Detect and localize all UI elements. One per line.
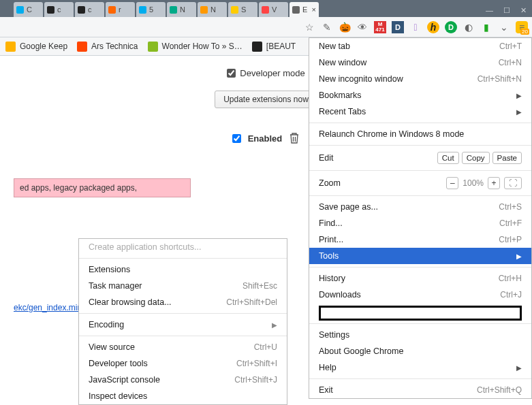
- browser-tab[interactable]: c: [75, 2, 104, 17]
- chrome-menu-button[interactable]: ≡20: [516, 21, 528, 33]
- favicon-icon: [170, 6, 177, 14]
- favicon-icon: [200, 6, 208, 14]
- browser-tab[interactable]: V: [259, 2, 288, 17]
- zoom-out-button[interactable]: –: [446, 177, 458, 189]
- menu-item[interactable]: Find...Ctrl+F: [309, 215, 531, 231]
- menu-shortcut: Ctrl+Shift+Q: [477, 385, 522, 395]
- bookmark-label: [BEAUT: [266, 42, 296, 51]
- menu-item[interactable]: Relaunch Chrome in Windows 8 mode: [309, 126, 531, 142]
- bookmark-item[interactable]: Google Keep: [5, 42, 67, 52]
- extension-pumpkin-icon[interactable]: 🎃: [339, 21, 351, 33]
- tab-label: c: [88, 5, 92, 14]
- menu-item[interactable]: Zoom–100%+⛶: [309, 174, 531, 193]
- tab-label: N: [210, 5, 216, 14]
- bookmark-favicon-icon: [148, 42, 158, 52]
- menu-item-redacted[interactable]: [319, 306, 522, 321]
- chrome-main-menu: New tabCtrl+TNew windowCtrl+NNew incogni…: [309, 37, 532, 399]
- extension-pencil-icon[interactable]: ✎: [321, 21, 333, 33]
- menu-item[interactable]: Help▶: [309, 359, 531, 376]
- browser-tab[interactable]: c: [44, 2, 74, 17]
- browser-tab[interactable]: E×: [290, 2, 319, 17]
- submenu-item[interactable]: Developer toolsCtrl+Shift+I: [79, 355, 287, 372]
- tools-submenu: Create application shortcuts...Extension…: [78, 238, 287, 405]
- menu-item[interactable]: Recent Tabs▶: [309, 103, 531, 120]
- cut-button[interactable]: Cut: [437, 152, 459, 164]
- extension-grey-icon[interactable]: ◐: [463, 21, 475, 33]
- menu-item[interactable]: Settings: [309, 327, 531, 343]
- menu-item[interactable]: Save page as...Ctrl+S: [309, 199, 531, 215]
- menu-item[interactable]: Bookmarks▶: [309, 87, 531, 103]
- menu-item[interactable]: New windowCtrl+N: [309, 54, 531, 71]
- extension-disconnect-icon[interactable]: D: [445, 21, 457, 33]
- menu-item[interactable]: About Google Chrome: [309, 343, 531, 359]
- developer-mode-checkbox[interactable]: [227, 69, 236, 78]
- browser-tab[interactable]: N: [198, 2, 227, 17]
- menu-item-label: Settings: [319, 330, 349, 340]
- menu-item-label: Downloads: [319, 290, 361, 299]
- extension-green-icon[interactable]: ▮: [480, 21, 492, 33]
- submenu-arrow-icon: ▶: [516, 108, 522, 116]
- favicon-icon: [139, 6, 146, 14]
- menu-item[interactable]: Print...Ctrl+P: [309, 231, 531, 248]
- bookmark-item[interactable]: Wonder How To » S…: [148, 42, 242, 52]
- submenu-arrow-icon: ▶: [272, 321, 277, 329]
- menu-item-label: Recent Tabs: [319, 107, 366, 116]
- menu-item[interactable]: Tools▶: [309, 248, 531, 264]
- menu-item-label: Find...: [319, 218, 343, 228]
- menu-item[interactable]: DownloadsCtrl+J: [309, 287, 531, 303]
- tab-label: 5: [149, 5, 153, 14]
- submenu-item-label: Create application shortcuts...: [89, 242, 201, 252]
- browser-tab[interactable]: N: [167, 2, 196, 17]
- bookmark-label: Wonder How To » S…: [162, 42, 242, 51]
- bookmark-item[interactable]: Ars Technica: [77, 42, 138, 52]
- tab-label: S: [241, 5, 246, 14]
- menu-item[interactable]: New tabCtrl+T: [309, 38, 531, 54]
- enabled-checkbox[interactable]: [232, 134, 241, 143]
- browser-tab[interactable]: 5: [136, 2, 166, 17]
- paste-button[interactable]: Paste: [492, 152, 522, 164]
- browser-tab[interactable]: r: [106, 2, 135, 17]
- bookmark-star-icon[interactable]: ☆: [303, 21, 315, 33]
- menu-item[interactable]: HistoryCtrl+H: [309, 270, 531, 287]
- fullscreen-button[interactable]: ⛶: [504, 177, 522, 189]
- submenu-arrow-icon: ▶: [516, 364, 522, 372]
- submenu-item[interactable]: Clear browsing data...Ctrl+Shift+Del: [79, 294, 287, 310]
- menu-shortcut: Ctrl+F: [499, 218, 522, 228]
- menu-item-label: Zoom: [319, 178, 341, 188]
- edit-buttons: CutCopyPaste: [437, 152, 522, 164]
- menu-item-label: Save page as...: [319, 202, 378, 212]
- menu-item[interactable]: EditCutCopyPaste: [309, 148, 531, 167]
- submenu-item[interactable]: JavaScript consoleCtrl+Shift+J: [79, 372, 287, 388]
- enabled-label: Enabled: [248, 133, 283, 144]
- menu-item[interactable]: ExitCtrl+Shift+Q: [309, 382, 531, 398]
- zoom-in-button[interactable]: +: [488, 177, 500, 189]
- bookmark-item[interactable]: [BEAUT: [252, 42, 296, 52]
- menu-item[interactable]: New incognito windowCtrl+Shift+N: [309, 71, 531, 87]
- extension-gmail-icon[interactable]: M471: [374, 21, 386, 33]
- window-minimize-button[interactable]: —: [481, 3, 498, 17]
- submenu-item[interactable]: Inspect devices: [79, 388, 287, 404]
- browser-tab[interactable]: C: [14, 2, 43, 17]
- extension-pocket-icon[interactable]: ⌄: [498, 21, 510, 33]
- submenu-item[interactable]: View sourceCtrl+U: [79, 339, 287, 355]
- browser-tab[interactable]: S: [228, 2, 257, 17]
- submenu-item[interactable]: Encoding▶: [79, 317, 287, 333]
- update-extensions-button[interactable]: Update extensions now: [215, 91, 317, 108]
- trash-icon[interactable]: [289, 132, 300, 144]
- extension-eye-icon[interactable]: 👁: [356, 21, 369, 33]
- extension-feather-icon[interactable]: 𓆟: [409, 21, 422, 33]
- tab-close-icon[interactable]: ×: [312, 5, 316, 14]
- bookmark-label: Google Keep: [20, 42, 67, 51]
- menu-item-label: Tools: [319, 251, 339, 261]
- submenu-item[interactable]: Extensions: [79, 261, 287, 278]
- tab-label: r: [119, 5, 121, 14]
- window-close-button[interactable]: ✕: [515, 3, 532, 17]
- window-maximize-button[interactable]: ☐: [498, 3, 515, 17]
- submenu-item[interactable]: Task managerShift+Esc: [79, 278, 287, 294]
- extension-d-icon[interactable]: D: [392, 21, 404, 33]
- copy-button[interactable]: Copy: [462, 152, 490, 164]
- extension-hola-icon[interactable]: h: [427, 21, 439, 33]
- menu-item-label: New incognito window: [319, 74, 403, 84]
- menu-shortcut: Ctrl+J: [500, 290, 522, 299]
- source-link[interactable]: ekc/gen_index.min.h: [14, 303, 89, 312]
